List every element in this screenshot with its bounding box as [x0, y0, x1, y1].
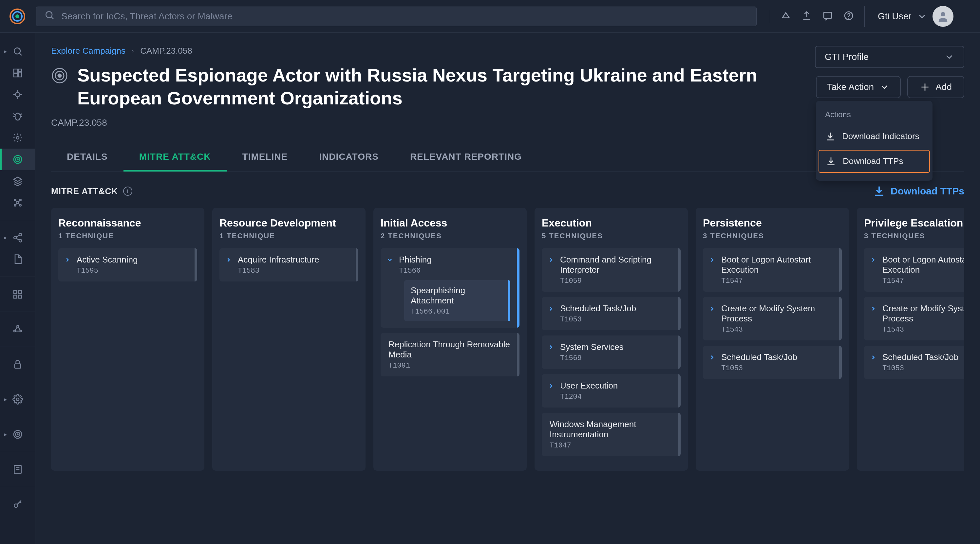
sidebar-item-bug2[interactable] — [0, 105, 35, 127]
tactic-title: Resource Development — [220, 217, 358, 229]
chevron-down-icon — [917, 11, 927, 22]
sidebar-item-bug1[interactable] — [0, 84, 35, 105]
tactic-column: Initial Access2 TECHNIQUESPhishingT1566S… — [373, 208, 527, 471]
help-icon[interactable] — [843, 11, 854, 22]
technique-card[interactable]: Replication Through Removable MediaT1091 — [380, 333, 519, 376]
breadcrumb-parent[interactable]: Explore Campaigns — [51, 46, 126, 56]
technique-card[interactable]: Scheduled Task/JobT1053 — [864, 346, 964, 379]
chevron-right-icon[interactable] — [548, 305, 554, 314]
tactic-count: 1 TECHNIQUE — [220, 232, 358, 240]
info-icon[interactable]: i — [123, 187, 132, 196]
svg-line-4 — [51, 17, 53, 19]
sidebar-item-grid[interactable] — [0, 284, 35, 305]
sidebar-item-doc[interactable] — [0, 249, 35, 270]
search-bar[interactable] — [36, 6, 757, 26]
technique-card[interactable]: Acquire InfrastructureT1583 — [220, 248, 358, 281]
technique-card[interactable]: Boot or Logon Autostart ExecutionT1547 — [864, 248, 964, 292]
notifications-icon[interactable] — [781, 11, 791, 22]
svg-point-21 — [17, 201, 18, 203]
technique-card[interactable]: Windows Management InstrumentationT1047 — [542, 413, 681, 456]
technique-card[interactable]: System ServicesT1569 — [542, 336, 681, 369]
chevron-right-icon[interactable] — [870, 256, 877, 265]
divider — [770, 10, 770, 23]
sidebar-item-key[interactable] — [0, 493, 35, 515]
tactic-title: Initial Access — [380, 217, 519, 229]
comment-icon[interactable] — [822, 11, 833, 22]
sidebar-item-layers[interactable] — [0, 170, 35, 192]
technique-id: T1547 — [882, 277, 964, 285]
breadcrumb-current: CAMP.23.058 — [140, 46, 192, 56]
download-icon — [873, 185, 885, 197]
tab-details[interactable]: DETAILS — [51, 144, 124, 171]
tactic-count: 2 TECHNIQUES — [380, 232, 519, 240]
sidebar-item-scan[interactable]: ▸ — [0, 41, 35, 62]
tactic-title: Execution — [542, 217, 681, 229]
tab-timeline[interactable]: TIMELINE — [227, 144, 304, 171]
chevron-right-icon[interactable] — [548, 382, 554, 391]
page-title: Suspected Espionage Actor with Russia Ne… — [77, 64, 765, 109]
technique-id: T1583 — [238, 267, 349, 275]
chevron-right-icon[interactable] — [225, 256, 232, 265]
chevron-down-icon[interactable] — [387, 256, 393, 265]
download-icon — [826, 156, 836, 167]
dropdown-download-ttps[interactable]: Download TTPs — [819, 150, 930, 173]
download-ttps-link[interactable]: Download TTPs — [873, 185, 964, 197]
app-logo[interactable] — [9, 8, 25, 25]
sidebar-item-dashboard[interactable] — [0, 62, 35, 84]
sidebar-item-network[interactable] — [0, 192, 35, 213]
chevron-right-icon[interactable] — [548, 343, 554, 352]
technique-card[interactable]: Create or Modify System ProcessT1543 — [703, 297, 842, 340]
chevron-right-icon[interactable] — [709, 354, 715, 363]
chevron-right-icon[interactable] — [870, 305, 877, 314]
chevron-right-icon[interactable] — [64, 256, 71, 265]
technique-card[interactable]: Scheduled Task/JobT1053 — [542, 297, 681, 330]
technique-card[interactable]: User ExecutionT1204 — [542, 374, 681, 408]
svg-line-10 — [19, 53, 22, 56]
dropdown-header: Actions — [816, 107, 932, 124]
sidebar-item-molecule[interactable] — [0, 319, 35, 340]
technique-id: T1047 — [550, 442, 671, 450]
sub-technique[interactable]: Spearphishing AttachmentT1566.001 — [404, 280, 510, 321]
user-menu[interactable]: Gti User — [864, 6, 953, 27]
technique-name: System Services — [560, 342, 671, 352]
technique-name: Scheduled Task/Job — [560, 303, 671, 314]
technique-id: T1595 — [76, 267, 188, 275]
add-button[interactable]: Add — [907, 76, 964, 98]
technique-card[interactable]: Active ScanningT1595 — [58, 248, 197, 281]
tactic-column: Persistence3 TECHNIQUESBoot or Logon Aut… — [696, 208, 849, 471]
chevron-right-icon[interactable] — [709, 256, 715, 265]
avatar[interactable] — [932, 6, 953, 27]
technique-id: T1547 — [721, 277, 833, 285]
chevron-right-icon[interactable] — [870, 354, 877, 363]
svg-point-7 — [848, 18, 849, 18]
actions-dropdown: Actions Download Indicators Download TTP… — [816, 101, 932, 181]
tactics-row[interactable]: Reconnaissance1 TECHNIQUEActive Scanning… — [51, 208, 964, 477]
technique-card[interactable]: PhishingT1566Spearphishing AttachmentT15… — [380, 248, 519, 328]
technique-card[interactable]: Boot or Logon Autostart ExecutionT1547 — [703, 248, 842, 292]
profile-select[interactable]: GTI Profile — [815, 46, 964, 68]
svg-point-11 — [15, 92, 20, 97]
dropdown-download-indicators[interactable]: Download Indicators — [816, 124, 932, 149]
technique-card[interactable]: Command and Scripting InterpreterT1059 — [542, 248, 681, 292]
chevron-right-icon[interactable] — [548, 256, 554, 265]
technique-card[interactable]: Scheduled Task/JobT1053 — [703, 346, 842, 379]
target-icon — [51, 67, 68, 84]
upload-icon[interactable] — [802, 11, 812, 22]
tab-mitre[interactable]: MITRE ATT&CK — [124, 144, 227, 171]
sidebar-item-share[interactable]: ▸ — [0, 227, 35, 249]
sidebar-item-gear[interactable]: ▸ — [0, 389, 35, 410]
take-action-button[interactable]: Take Action — [816, 76, 901, 98]
tactic-count: 3 TECHNIQUES — [703, 232, 842, 240]
technique-card[interactable]: Create or Modify System ProcessT1543 — [864, 297, 964, 340]
sidebar-item-page[interactable] — [0, 458, 35, 480]
chevron-right-icon[interactable] — [709, 305, 715, 314]
svg-rect-28 — [19, 295, 22, 298]
sidebar-item-settings[interactable] — [0, 127, 35, 149]
sidebar-item-radar[interactable]: ▸ — [0, 423, 35, 445]
tab-relevant[interactable]: RELEVANT REPORTING — [395, 144, 538, 171]
profile-label: GTI Profile — [825, 52, 869, 62]
tab-indicators[interactable]: INDICATORS — [303, 144, 395, 171]
sidebar-item-lock[interactable] — [0, 354, 35, 375]
sidebar-item-target[interactable] — [0, 149, 35, 170]
search-input[interactable] — [61, 11, 748, 22]
